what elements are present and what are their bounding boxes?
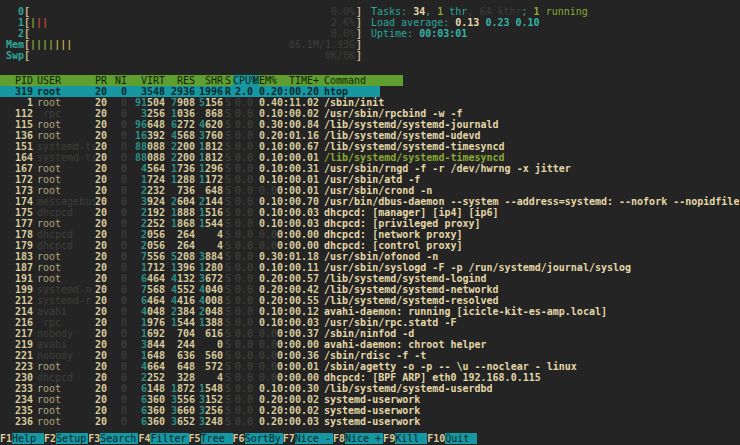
fn-f8-nice[interactable]: F8Nice + [333, 433, 383, 444]
process-row-191[interactable]: 191root200646441323672S0.00.20:00.57/lib… [0, 273, 740, 284]
cell-pri: 20 [95, 229, 107, 240]
fn-f3-search[interactable]: F3Search [88, 433, 138, 444]
process-row-179[interactable]: 179dhcpcd20020562644S0.00.00:00.00dhcpcd… [0, 240, 740, 251]
cell-ni: 0 [107, 119, 127, 130]
cell-user: dhcpcd [33, 229, 95, 240]
cell-pid: 179 [0, 240, 33, 251]
cell-time: 0:00.01 [277, 185, 319, 196]
col-header-mem[interactable]: MEM% [253, 75, 277, 86]
process-row-234[interactable]: 234root200636035563152S0.00.20:00.02syst… [0, 394, 740, 405]
process-row-177[interactable]: 177root200225218681544S0.00.10:00.03dhcp… [0, 218, 740, 229]
tasks-summary-part: 34 [413, 6, 425, 17]
num-rest: 844 [147, 339, 165, 350]
process-row-212[interactable]: 212systemd-r200646444164008S0.00.20:00.5… [0, 295, 740, 306]
process-row-216[interactable]: 216_rpc200197615441388S0.00.10:00.03/usr… [0, 317, 740, 328]
col-header-s[interactable]: S [223, 75, 233, 86]
process-row-236[interactable]: 236root200636036523248S0.00.20:00.03syst… [0, 416, 740, 427]
cell: 244 [165, 339, 195, 350]
fn-f7-nice[interactable]: F7Nice - [283, 433, 333, 444]
process-row-319[interactable]: 319root200354829361996R2.00.20:00.20htop [0, 86, 740, 97]
fn-f4-filter[interactable]: F4Filter [138, 433, 188, 444]
col-header-ni[interactable]: NI [107, 75, 127, 86]
tasks-summary-part: thr [443, 6, 467, 17]
process-row-175[interactable]: 175dhcpcd200219218881516S0.00.10:00.03dh… [0, 207, 740, 218]
cell-command: /lib/systemd/systemd-journald [319, 119, 740, 130]
cell-ni: 0 [107, 207, 127, 218]
num-rest: 056 [147, 229, 165, 240]
process-row-230[interactable]: 230dhcpcd20022523284S0.00.00:00.00dhcpcd… [0, 372, 740, 383]
fn-f9-kill[interactable]: F9Kill [383, 433, 427, 444]
cell-time: 0:00.42 [277, 284, 319, 295]
cell: 4620 [195, 119, 223, 130]
cell-command: dhcpcd: [manager] [ip4] [ip6] [319, 207, 740, 218]
fn-key-label: Quit [445, 433, 477, 444]
process-row-199[interactable]: 199systemd-n200756845524040S0.00.20:00.4… [0, 284, 740, 295]
num-rest: 132 [177, 273, 195, 284]
num-rest: 936 [177, 86, 195, 97]
meter-value: 0.0% [331, 6, 355, 17]
fn-key-number: F8 [333, 433, 345, 444]
fn-f1-help[interactable]: F1Help [0, 433, 44, 444]
col-header-pri[interactable]: PRI [95, 75, 107, 86]
fn-f2-setup[interactable]: F2Setup [44, 433, 88, 444]
tasks-summary-part: ; [522, 6, 534, 17]
col-header-command[interactable]: Command [319, 75, 740, 86]
cell-pri: 20 [95, 361, 107, 372]
cell-time: 0:00.37 [277, 328, 319, 339]
num-rest: 568 [177, 130, 195, 141]
process-row-233[interactable]: 233root200614818721548S0.00.10:00.30/lib… [0, 383, 740, 394]
cell-mem-percent: 0.2 [253, 394, 277, 405]
col-header-user[interactable]: USER [33, 75, 95, 86]
fn-key-number: F6 [233, 433, 245, 444]
col-header-time[interactable]: TIME+ [277, 75, 319, 86]
process-row-1[interactable]: 1root2009150479085156S0.00.40:11.02/sbin… [0, 97, 740, 108]
process-row-115[interactable]: 115root2009664862724620S0.00.30:00.84/li… [0, 119, 740, 130]
tasks-summary: Tasks: 34, 1 thr, 64 kthr; 1 running [371, 6, 588, 17]
col-header-virt[interactable]: VIRT [127, 75, 165, 86]
process-row-164[interactable]: 164systemd-ts2008808822001812S0.00.10:00… [0, 152, 740, 163]
process-row-136[interactable]: 136root2001639245683760S0.00.20:01.16/li… [0, 130, 740, 141]
process-row-187[interactable]: 187root200171213961280S0.00.10:00.11/usr… [0, 262, 740, 273]
process-row-219[interactable]: 219avahi20038442440S0.00.00:00.00avahi-d… [0, 339, 740, 350]
load-average-part: Load average: [371, 17, 455, 28]
cell-mem-percent: 0.3 [253, 251, 277, 262]
cell: 1172 [195, 174, 223, 185]
cell: 6148 [127, 383, 165, 394]
process-row-217[interactable]: 217nobody2001692704616S0.00.00:00.37/sbi… [0, 328, 740, 339]
meter-ticks: || [36, 17, 48, 28]
cell: 5156 [195, 97, 223, 108]
cell-pid: 230 [0, 372, 33, 383]
cell-time: 0:00.01 [277, 152, 319, 163]
process-row-167[interactable]: 167root200456417361296S0.00.10:00.31/usr… [0, 163, 740, 174]
process-row-174[interactable]: 174messagebus200392426042144S0.00.10:00.… [0, 196, 740, 207]
process-row-221[interactable]: 221nobody2001648636560S0.00.00:00.36/sbi… [0, 350, 740, 361]
process-row-173[interactable]: 173root2002232736648S0.00.00:00.01/usr/s… [0, 185, 740, 196]
cell-state: S [223, 185, 233, 196]
process-row-223[interactable]: 223root2004664648572S0.00.00:00.01/sbin/… [0, 361, 740, 372]
cell: 560 [195, 350, 223, 361]
process-row-214[interactable]: 214avahi200404823842048S0.00.10:00.12ava… [0, 306, 740, 317]
cell-ni: 0 [107, 416, 127, 427]
cell-ni: 0 [107, 339, 127, 350]
fn-f10-quit[interactable]: F10Quit [427, 433, 477, 444]
col-header-res[interactable]: RES [165, 75, 195, 86]
fn-key-label: Tree [201, 433, 233, 444]
fn-key-label: Nice - [295, 433, 333, 444]
fn-f6-sortby[interactable]: F6SortBy [233, 433, 283, 444]
process-row-172[interactable]: 172root200172412881172S0.00.10:00.01/usr… [0, 174, 740, 185]
cell-cpu-percent: 0.0 [233, 284, 253, 295]
cell: 3884 [195, 251, 223, 262]
process-row-178[interactable]: 178dhcpcd20020562644S0.00.00:00.00dhcpcd… [0, 229, 740, 240]
process-row-151[interactable]: 151systemd-ts2008808822001812S0.00.10:00… [0, 141, 740, 152]
col-header-shr[interactable]: SHR [195, 75, 223, 86]
process-row-183[interactable]: 183root200755652083884S0.00.30:01.18/usr… [0, 251, 740, 262]
cell-user: root [33, 130, 95, 141]
num-rest: 924 [147, 196, 165, 207]
cell-command: /usr/sbin/crond -n [319, 185, 740, 196]
process-row-112[interactable]: 112_rpc20032561036868S0.00.10:00.02/usr/… [0, 108, 740, 119]
process-row-235[interactable]: 235root200636036603256S0.00.20:00.02syst… [0, 405, 740, 416]
fn-f5-tree[interactable]: F5Tree [189, 433, 233, 444]
cell-cpu-percent: 0.0 [233, 174, 253, 185]
col-header-pid[interactable]: PID [0, 75, 33, 86]
meter-bar: |||||||86.1M/1.93G [30, 39, 356, 50]
